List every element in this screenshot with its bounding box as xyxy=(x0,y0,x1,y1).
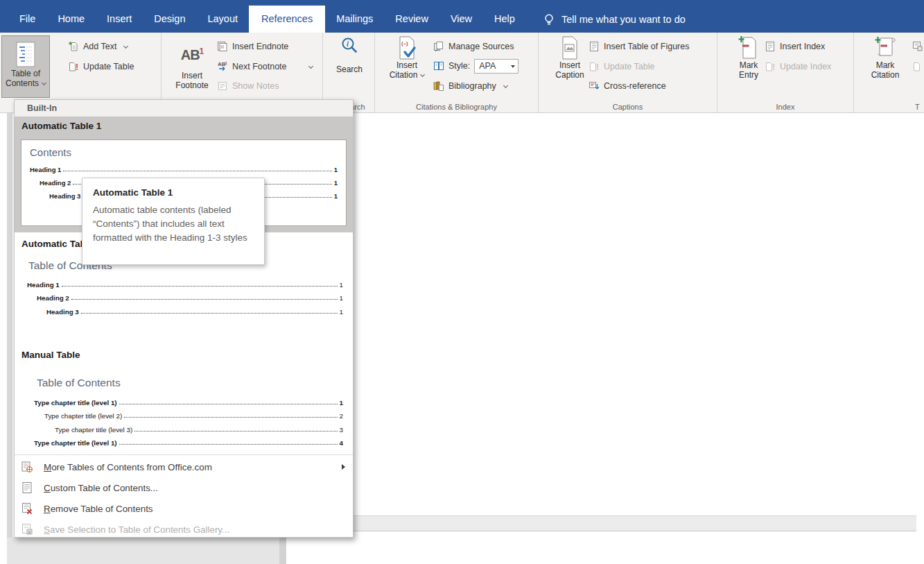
show-notes-icon xyxy=(217,80,228,92)
toc-button-label: Table of xyxy=(11,69,40,78)
gallery-item-manual-table[interactable]: Manual Table Table of Contents Type chap… xyxy=(15,345,353,448)
insert-caption-button[interactable]: Insert Caption xyxy=(548,35,592,80)
authorities-group-label: T xyxy=(854,103,924,111)
mark-citation-button[interactable]: Mark Citation xyxy=(863,35,907,80)
tab-file[interactable]: File xyxy=(8,6,46,33)
table-of-contents-button[interactable]: Table of Contents xyxy=(1,35,50,98)
insert-caption-icon xyxy=(559,35,580,60)
svg-text:[i]: [i] xyxy=(221,44,225,49)
update-table-disabled-icon: ! xyxy=(589,61,600,72)
add-text-icon xyxy=(68,41,79,52)
automatic-table-1-header: Automatic Table 1 xyxy=(15,117,353,131)
svg-text:1: 1 xyxy=(225,61,228,65)
menu-custom-table-of-contents[interactable]: Custom Table of Contents... xyxy=(15,477,353,498)
insert-endnote-button[interactable]: [i] Insert Endnote xyxy=(217,39,288,54)
table-of-contents-icon xyxy=(15,41,37,69)
toc-preview-row: Type chapter title (level 2)2 xyxy=(44,407,343,420)
insert-table-of-figures-button[interactable]: Insert Table of Figures xyxy=(589,39,689,54)
manual-table-header: Manual Table xyxy=(15,345,353,360)
tab-layout[interactable]: Layout xyxy=(196,6,249,33)
tab-mailings[interactable]: Mailings xyxy=(325,6,384,33)
style-select[interactable]: APA xyxy=(474,59,518,74)
automatic-table-2-preview: Heading 11 Heading 21 Heading 31 xyxy=(27,275,343,316)
tab-home[interactable]: Home xyxy=(46,6,96,33)
add-text-button[interactable]: Add Text xyxy=(68,39,128,54)
tab-references[interactable]: References xyxy=(249,6,325,33)
insert-table-of-authorities-icon xyxy=(912,41,923,52)
menu-more-tables-from-office[interactable]: More Tables of Contents from Office.com xyxy=(15,456,353,477)
insert-index-icon xyxy=(765,41,776,52)
bibliography-button[interactable]: Bibliography xyxy=(433,78,507,94)
style-label: Style: xyxy=(448,61,470,71)
next-footnote-icon: AB 1 xyxy=(217,61,228,72)
chevron-down-icon xyxy=(420,72,425,77)
update-table-captions-button: ! Update Table xyxy=(589,59,654,74)
insert-table-of-figures-icon xyxy=(589,41,600,52)
manage-sources-icon xyxy=(433,41,444,52)
horizontal-scrollbar[interactable] xyxy=(320,515,916,531)
insert-endnote-icon: [i] xyxy=(217,41,228,52)
update-table-authorities-icon xyxy=(912,61,923,72)
manage-sources-button[interactable]: Manage Sources xyxy=(433,39,514,54)
bibliography-icon xyxy=(433,80,444,92)
tooltip-title: Automatic Table 1 xyxy=(93,187,254,198)
tab-review[interactable]: Review xyxy=(384,6,439,33)
svg-text:!: ! xyxy=(596,62,599,72)
insert-index-button[interactable]: Insert Index xyxy=(765,39,825,54)
style-icon xyxy=(433,60,444,71)
chevron-down-icon xyxy=(503,83,508,87)
next-footnote-button[interactable]: AB 1 Next Footnote xyxy=(217,59,313,74)
remove-toc-icon xyxy=(21,502,33,515)
svg-text:!: ! xyxy=(772,62,775,72)
svg-text:i: i xyxy=(347,40,349,48)
svg-text:!: ! xyxy=(76,62,78,72)
insert-table-of-authorities-button[interactable] xyxy=(912,39,923,54)
manual-table-preview: Type chapter title (level 1)1 Type chapt… xyxy=(34,393,343,448)
gallery-tooltip: Automatic Table 1 Automatic table conten… xyxy=(82,178,265,265)
menu-save-selection-to-gallery: Save Selection to Table of Contents Gall… xyxy=(15,519,353,540)
toc-preview-row: Heading 31 xyxy=(46,302,343,316)
toc-preview-row: Type chapter title (level 1)1 xyxy=(34,393,343,407)
chevron-down-icon xyxy=(42,80,46,85)
toc-preview-row: Heading 11 xyxy=(30,160,338,173)
menu-remove-table-of-contents[interactable]: Remove Table of Contents xyxy=(15,498,353,519)
office-gallery-icon xyxy=(21,461,33,473)
insert-footnote-button[interactable]: AB1 Insert Footnote xyxy=(170,35,214,90)
tab-design[interactable]: Design xyxy=(143,6,196,33)
captions-group-label: Captions xyxy=(539,103,717,111)
svg-text:(–): (–) xyxy=(401,40,408,46)
insert-citation-button[interactable]: (–) Insert Citation xyxy=(385,35,429,80)
tell-me-box[interactable]: Tell me what you want to do xyxy=(543,6,686,33)
group-table-of-authorities: Mark Citation T xyxy=(854,33,924,112)
combo-arrow-icon xyxy=(511,65,515,68)
update-table-authorities-button xyxy=(912,59,923,74)
window-left-edge xyxy=(7,113,12,564)
menu-separator xyxy=(15,454,353,455)
word-window: File Home Insert Design Layout Reference… xyxy=(0,0,924,564)
custom-toc-icon xyxy=(21,481,33,494)
search-icon: i xyxy=(339,35,360,59)
chevron-down-icon xyxy=(308,63,313,68)
cross-reference-button[interactable]: Cross-reference xyxy=(589,78,666,94)
update-table-icon: ! xyxy=(68,61,79,72)
chevron-down-icon xyxy=(123,43,128,48)
update-index-button: ! Update Index xyxy=(765,59,831,74)
show-notes-button: Show Notes xyxy=(217,78,279,94)
save-selection-icon xyxy=(21,523,33,536)
toc-preview-row: Heading 11 xyxy=(27,275,343,289)
tab-view[interactable]: View xyxy=(439,6,483,33)
toc-preview-row: Type chapter title (level 3)3 xyxy=(55,420,343,434)
tooltip-body: Automatic table contents (labeled “Conte… xyxy=(93,203,254,245)
bottom-left-edge-shadow xyxy=(279,538,286,564)
lightbulb-icon xyxy=(543,13,555,26)
search-button[interactable]: i Search xyxy=(327,35,372,74)
group-citations-bibliography: (–) Insert Citation Manage Sources xyxy=(375,33,539,112)
tab-insert[interactable]: Insert xyxy=(96,6,143,33)
group-index: Mark Entry Insert Index ! Update Index I… xyxy=(717,33,854,112)
cross-reference-icon xyxy=(589,80,600,92)
ribbon-tab-bar: File Home Insert Design Layout Reference… xyxy=(0,0,924,33)
citations-group-label: Citations & Bibliography xyxy=(375,103,538,111)
tab-help[interactable]: Help xyxy=(483,6,526,33)
update-index-disabled-icon: ! xyxy=(765,61,776,72)
update-table-button[interactable]: ! Update Table xyxy=(68,59,134,74)
